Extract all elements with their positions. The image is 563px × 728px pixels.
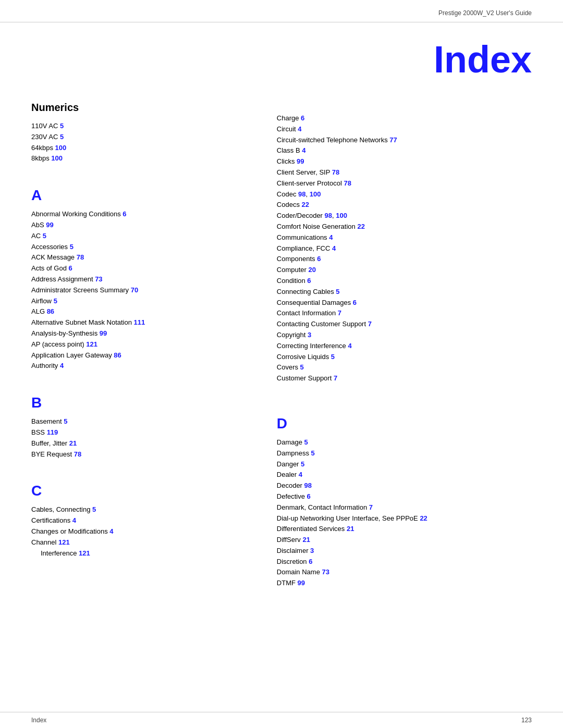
- numerics-heading: Numerics: [31, 102, 256, 114]
- entry-client-server-protocol: Client-server Protocol 78: [277, 178, 532, 189]
- entry-cables: Cables, Connecting 5: [31, 504, 256, 515]
- c-section: C Cables, Connecting 5 Certifications 4 …: [31, 483, 256, 559]
- entry-clicks: Clicks 99: [277, 156, 532, 167]
- entry-correcting-interference: Correcting Interference 4: [277, 341, 532, 352]
- a-section: A Abnormal Working Conditions 6 AbS 99 A…: [31, 187, 256, 372]
- page-header: Prestige 2000W_V2 User's Guide: [0, 0, 563, 22]
- entry-accessories: Accessories 5: [31, 242, 256, 253]
- entry-copyright: Copyright 3: [277, 330, 532, 341]
- entry-comfort-noise: Comfort Noise Generation 22: [277, 221, 532, 232]
- entry-certifications: Certifications 4: [31, 515, 256, 526]
- entry-110v: 110V AC 5: [31, 121, 256, 132]
- entry-channel: Channel 121: [31, 537, 256, 548]
- entry-dtmf: DTMF 99: [277, 578, 532, 589]
- entry-app-layer: Application Layer Gateway 86: [31, 350, 256, 361]
- main-title-area: Index: [0, 22, 563, 91]
- entry-admin-screens: Administrator Screens Summary 70: [31, 285, 256, 296]
- page-container: Prestige 2000W_V2 User's Guide Index Num…: [0, 0, 563, 728]
- entry-64kbps: 64kbps 100: [31, 143, 256, 154]
- entry-circuit-switched: Circuit-switched Telephone Networks 77: [277, 135, 532, 146]
- c-section-right: Charge 6 Circuit 4 Circuit-switched Tele…: [277, 96, 532, 384]
- page-footer: Index 123: [0, 712, 563, 728]
- d-section: D Damage 5 Dampness 5 Danger 5 Dealer 4 …: [277, 415, 532, 589]
- entry-connecting-cables: Connecting Cables 5: [277, 287, 532, 298]
- entry-corrosive-liquids: Corrosive Liquids 5: [277, 352, 532, 363]
- entry-contact-information: Contact Information 7: [277, 308, 532, 319]
- entry-damage: Damage 5: [277, 437, 532, 448]
- entry-airflow: Airflow 5: [31, 296, 256, 307]
- b-section: B Basement 5 BSS 119 Buffer, Jitter 21 B…: [31, 394, 256, 460]
- numerics-section: Numerics 110V AC 5 230V AC 5 64kbps 100 …: [31, 102, 256, 164]
- c-letter: C: [31, 483, 256, 499]
- entry-computer: Computer 20: [277, 265, 532, 276]
- entry-interference-sub: Interference 121: [41, 548, 256, 559]
- entry-danger: Danger 5: [277, 459, 532, 470]
- entry-contacting-support: Contacting Customer Support 7: [277, 319, 532, 330]
- entry-dialup: Dial-up Networking User Interface, See P…: [277, 513, 532, 524]
- entry-discretion: Discretion 6: [277, 557, 532, 567]
- d-letter: D: [277, 415, 532, 432]
- entry-disclaimer: Disclaimer 3: [277, 546, 532, 557]
- page-main-title: Index: [434, 39, 532, 80]
- left-column: Numerics 110V AC 5 230V AC 5 64kbps 100 …: [31, 96, 272, 589]
- content-area: Numerics 110V AC 5 230V AC 5 64kbps 100 …: [0, 91, 563, 610]
- header-title: Prestige 2000W_V2 User's Guide: [438, 9, 532, 17]
- entry-customer-support: Customer Support 7: [277, 373, 532, 384]
- entry-changes: Changes or Modifications 4: [31, 526, 256, 537]
- entry-covers: Covers 5: [277, 362, 532, 373]
- entry-circuit: Circuit 4: [277, 124, 532, 135]
- entry-bye-request: BYE Request 78: [31, 449, 256, 460]
- footer-left: Index: [31, 717, 46, 724]
- entry-address-assignment: Address Assignment 73: [31, 274, 256, 285]
- entry-compliance-fcc: Compliance, FCC 4: [277, 243, 532, 254]
- footer-right: 123: [521, 717, 532, 724]
- entry-basement: Basement 5: [31, 416, 256, 427]
- entry-domain-name: Domain Name 73: [277, 567, 532, 578]
- entry-8kbps: 8kbps 100: [31, 153, 256, 164]
- entry-dealer: Dealer 4: [277, 470, 532, 480]
- entry-diff-services: Differentiated Services 21: [277, 524, 532, 535]
- entry-communications: Communications 4: [277, 232, 532, 243]
- entry-codecs: Codecs 22: [277, 200, 532, 211]
- b-letter: B: [31, 394, 256, 411]
- entry-components: Components 6: [277, 254, 532, 265]
- entry-codec: Codec 98, 100: [277, 189, 532, 200]
- entry-230v: 230V AC 5: [31, 132, 256, 143]
- a-letter: A: [31, 187, 256, 204]
- entry-acts-of-god: Acts of God 6: [31, 263, 256, 274]
- entry-analysis: Analysis-by-Synthesis 99: [31, 328, 256, 339]
- entry-consequential-damages: Consequential Damages 6: [277, 298, 532, 309]
- entry-coder-decoder: Coder/Decoder 98, 100: [277, 211, 532, 221]
- entry-ac: AC 5: [31, 231, 256, 242]
- entry-dampness: Dampness 5: [277, 448, 532, 459]
- entry-alg: ALG 86: [31, 306, 256, 317]
- entry-condition: Condition 6: [277, 276, 532, 287]
- entry-diffserv: DiffServ 21: [277, 535, 532, 546]
- entry-defective: Defective 6: [277, 491, 532, 502]
- entry-charge: Charge 6: [277, 113, 532, 124]
- entry-authority: Authority 4: [31, 361, 256, 372]
- right-column: Charge 6 Circuit 4 Circuit-switched Tele…: [272, 96, 532, 589]
- entry-client-server-sip: Client Server, SIP 78: [277, 167, 532, 178]
- entry-decoder: Decoder 98: [277, 480, 532, 491]
- entry-abs: AbS 99: [31, 220, 256, 231]
- entry-buffer-jitter: Buffer, Jitter 21: [31, 438, 256, 449]
- entry-abnormal: Abnormal Working Conditions 6: [31, 209, 256, 220]
- entry-ap: AP (access point) 121: [31, 339, 256, 350]
- entry-class-b: Class B 4: [277, 145, 532, 156]
- entry-bss: BSS 119: [31, 427, 256, 438]
- entry-alt-subnet: Alternative Subnet Mask Notation 111: [31, 317, 256, 328]
- entry-ack: ACK Message 78: [31, 252, 256, 263]
- entry-denmark: Denmark, Contact Information 7: [277, 502, 532, 513]
